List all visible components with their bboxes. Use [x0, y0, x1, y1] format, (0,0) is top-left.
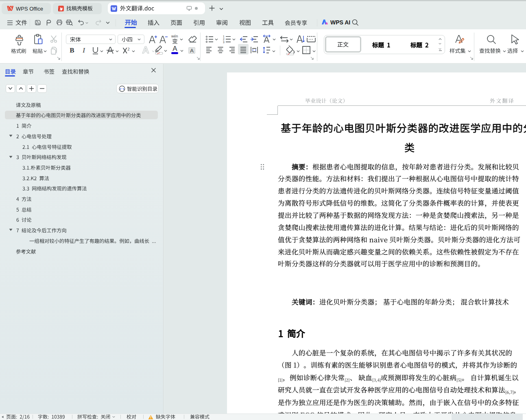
svg-text:1: 1	[223, 35, 225, 38]
svg-text:3: 3	[223, 41, 225, 44]
svg-text:2: 2	[128, 47, 130, 51]
svg-text:2: 2	[223, 38, 225, 41]
